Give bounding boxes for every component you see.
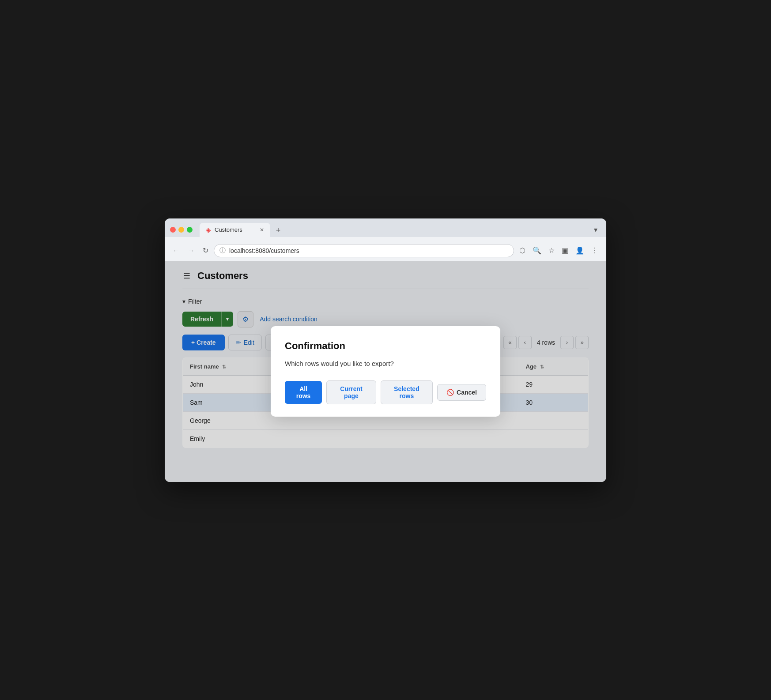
screen-capture-btn[interactable]: ⬡ [517,245,528,256]
tab-dropdown-btn[interactable]: ▾ [590,226,601,234]
current-page-btn[interactable]: Current page [326,380,376,404]
modal-actions: All rows Current page Selected rows 🚫 Ca… [285,380,486,404]
profile-btn[interactable]: 👤 [573,245,587,256]
active-tab[interactable]: ◈ Customers ✕ [200,223,270,237]
confirmation-modal: Confirmation Which rows would you like t… [271,326,500,417]
modal-overlay: Confirmation Which rows would you like t… [165,261,606,482]
reload-btn[interactable]: ↻ [200,245,211,256]
traffic-light-green[interactable] [187,227,193,233]
address-bar[interactable]: ⓘ localhost:8080/customers [214,244,514,257]
modal-message: Which rows would you like to export? [285,360,486,367]
traffic-light-red[interactable] [170,227,176,233]
all-rows-btn[interactable]: All rows [285,381,322,404]
address-text: localhost:8080/customers [229,247,508,254]
browser-chrome: ◈ Customers ✕ + ▾ [165,218,606,237]
cancel-btn[interactable]: 🚫 Cancel [437,384,486,401]
forward-btn[interactable]: → [185,245,197,256]
browser-titlebar: ◈ Customers ✕ + ▾ [170,223,601,237]
bookmark-btn[interactable]: ☆ [546,245,557,256]
tab-bar: ◈ Customers ✕ + [200,223,284,237]
zoom-btn[interactable]: 🔍 [530,245,544,256]
page-content: ☰ Customers ▾ Filter Refresh ▾ ⚙ Add sea… [165,261,606,482]
reader-btn[interactable]: ▣ [559,245,571,256]
menu-btn[interactable]: ⋮ [589,245,601,256]
back-btn[interactable]: ← [170,245,182,256]
tab-close-btn[interactable]: ✕ [260,227,264,233]
traffic-light-yellow[interactable] [178,227,184,233]
toolbar-actions: ⬡ 🔍 ☆ ▣ 👤 ⋮ [517,245,601,256]
tab-title: Customers [215,226,242,233]
cancel-icon: 🚫 [446,389,454,396]
modal-title: Confirmation [285,340,486,352]
browser-toolbar: ← → ↻ ⓘ localhost:8080/customers ⬡ 🔍 ☆ ▣… [165,241,606,261]
tab-favicon: ◈ [206,226,211,234]
selected-rows-btn[interactable]: Selected rows [381,380,433,404]
address-info-icon: ⓘ [219,247,226,255]
new-tab-btn[interactable]: + [272,225,284,237]
browser-window: ◈ Customers ✕ + ▾ ← → ↻ ⓘ localhost:8080… [165,218,606,482]
cancel-label: Cancel [457,389,477,396]
traffic-lights [170,227,193,233]
